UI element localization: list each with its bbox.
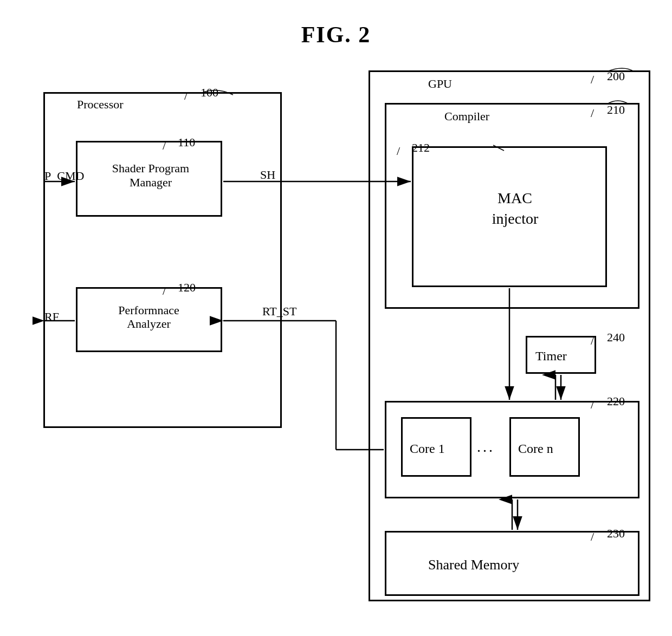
figure-title: FIG. 2 — [0, 0, 672, 48]
core1-label: Core 1 — [410, 442, 445, 456]
cores-ref: 220 — [607, 394, 625, 408]
compiler-label: Compiler — [444, 109, 489, 124]
perf-ref-slash: / — [163, 284, 166, 298]
cores-ref-slash: / — [591, 398, 594, 412]
p-cmd-label: P_CMD — [44, 169, 84, 183]
gpu-label: GPU — [428, 77, 452, 91]
processor-ref-slash: / — [184, 89, 188, 103]
coren-label: Core n — [518, 442, 553, 456]
timer-ref: 240 — [607, 330, 625, 345]
shared-memory-label: Shared Memory — [428, 557, 519, 573]
perf-label2: Analyzer — [82, 317, 215, 331]
diagram-container: Processor 100 / GPU 200 / Compiler 210 /… — [33, 60, 661, 623]
shader-ref: 110 — [178, 135, 195, 150]
shader-label1: Shader Program — [86, 161, 216, 176]
mac-ref: 212 — [412, 141, 430, 155]
processor-label: Processor — [77, 98, 124, 112]
shader-ref-slash: / — [163, 139, 166, 153]
shared-ref-slash: / — [591, 530, 594, 544]
core-dots: ··· — [477, 443, 495, 460]
mac-injector-label1: MAC — [477, 190, 553, 207]
rf-label: RF — [44, 310, 59, 324]
compiler-ref-slash: / — [591, 106, 594, 120]
gpu-ref-slash: / — [591, 73, 594, 87]
perf-ref: 120 — [178, 281, 196, 295]
gpu-ref: 200 — [607, 69, 625, 83]
shader-label2: Manager — [86, 176, 216, 190]
timer-ref-slash: / — [591, 334, 594, 348]
mac-ref-slash: / — [397, 144, 400, 158]
processor-ref: 100 — [201, 86, 218, 100]
shared-ref: 230 — [607, 527, 625, 541]
compiler-ref: 210 — [607, 103, 625, 117]
perf-label1: Performnace — [82, 303, 215, 317]
sh-label: SH — [260, 168, 275, 182]
mac-injector-label2: injector — [470, 210, 560, 228]
timer-label: Timer — [535, 349, 567, 364]
rt-st-label: RT_ST — [262, 304, 296, 319]
